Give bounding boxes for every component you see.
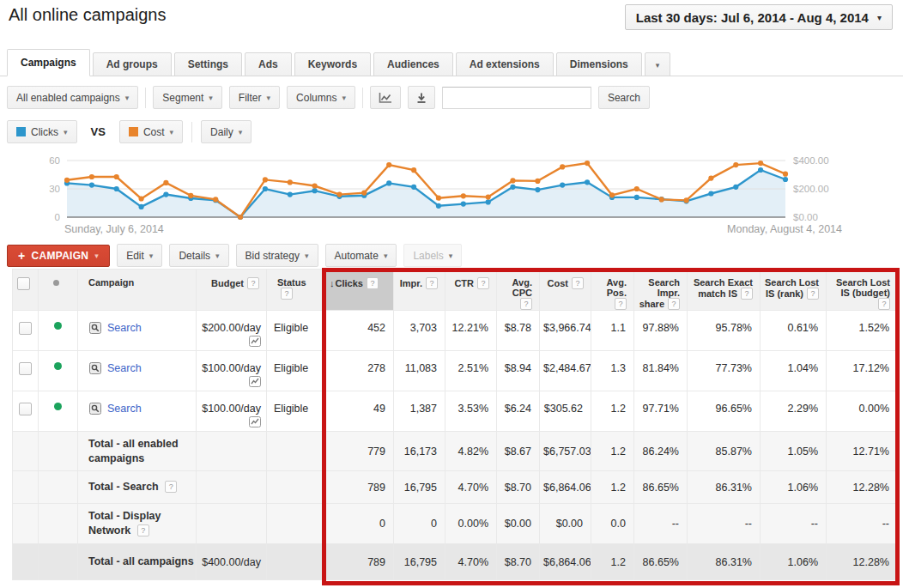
metric-cell: 2.29%	[761, 391, 827, 432]
metric-cell: $0.00	[540, 504, 591, 544]
column-header-search_impr_share[interactable]: Search Impr. share?	[634, 270, 688, 311]
campaign-status-dot-cell	[39, 311, 78, 351]
chevron-down-icon: ▾	[267, 94, 271, 102]
campaign-link[interactable]: Search	[107, 362, 142, 374]
help-icon[interactable]: ?	[281, 288, 293, 300]
row-checkbox[interactable]	[19, 322, 32, 335]
metric-cell: 452	[325, 311, 394, 351]
enabled-status-icon	[54, 362, 62, 370]
tab-ads[interactable]: Ads	[245, 52, 292, 76]
tab-dimensions[interactable]: Dimensions	[556, 52, 642, 76]
help-icon[interactable]: ?	[668, 298, 680, 310]
edit-dropdown[interactable]: Edit▾	[117, 244, 162, 267]
campaign-link[interactable]: Search	[107, 403, 142, 415]
chevron-down-icon: ▾	[342, 94, 346, 102]
total-row: Total - all enabled campaigns77916,1734.…	[13, 432, 898, 471]
chevron-down-icon: ▾	[305, 252, 309, 260]
help-icon[interactable]: ?	[367, 277, 379, 289]
more-tabs-button[interactable]: ▾	[645, 52, 671, 76]
metric-cell: 97.88%	[634, 311, 688, 351]
campaign-cell: Search	[78, 311, 197, 351]
help-icon[interactable]: ?	[477, 277, 489, 289]
campaign-scope-dropdown[interactable]: All enabled campaigns▾	[7, 86, 138, 109]
plus-icon: +	[18, 249, 25, 263]
help-icon[interactable]: ?	[520, 298, 532, 310]
tab-settings[interactable]: Settings	[174, 52, 242, 76]
chevron-down-icon: ▾	[125, 94, 130, 102]
column-header-search_exact_match_is[interactable]: Search Exact match IS?	[688, 270, 761, 311]
details-dropdown[interactable]: Details▾	[169, 244, 228, 267]
segment-dropdown[interactable]: Segment▾	[153, 86, 222, 109]
help-icon[interactable]: ?	[426, 277, 438, 289]
metric2-dropdown[interactable]: Cost ▾	[119, 120, 183, 143]
tab-audiences[interactable]: Audiences	[373, 52, 453, 76]
tab-campaigns[interactable]: Campaigns	[7, 49, 90, 76]
metric-cell: --	[634, 504, 688, 544]
enabled-status-icon	[54, 403, 62, 410]
columns-dropdown[interactable]: Columns▾	[287, 86, 355, 109]
help-icon[interactable]: ?	[137, 524, 149, 536]
help-icon[interactable]: ?	[878, 298, 890, 310]
automate-dropdown[interactable]: Automate▾	[325, 244, 397, 267]
column-header-avg_pos[interactable]: Avg. Pos.?	[591, 270, 634, 311]
sort-descending-icon: ↓	[330, 278, 335, 288]
status-cell: Eligible	[267, 351, 325, 391]
help-icon[interactable]: ?	[165, 481, 177, 493]
total-label: Total - all campaigns	[78, 544, 197, 580]
search-input[interactable]	[442, 87, 591, 109]
interval-dropdown[interactable]: Daily ▾	[201, 120, 252, 143]
metric-cell: 1.2	[591, 391, 634, 432]
column-header-avg_cpc[interactable]: Avg. CPC?	[497, 270, 540, 311]
metric-cell: $6,864.06	[540, 471, 591, 504]
column-header-budget[interactable]: Budget?	[197, 270, 267, 311]
column-header-clicks[interactable]: ↓Clicks?	[325, 270, 394, 311]
table-header-row: CampaignBudget?Status?↓Clicks?Impr.?CTR?…	[13, 270, 898, 311]
filter-dropdown[interactable]: Filter▾	[229, 86, 280, 109]
help-icon[interactable]: ?	[247, 277, 259, 289]
bid-strategy-dropdown[interactable]: Bid strategy▾	[236, 244, 318, 267]
metric-cell: 1,387	[394, 391, 445, 432]
row-checkbox[interactable]	[19, 403, 32, 415]
metric-cell: 16,795	[394, 544, 445, 580]
metric-cell: 1.2	[591, 544, 634, 580]
bid-strategy-chart-icon[interactable]	[249, 416, 261, 427]
bid-strategy-chart-icon[interactable]	[249, 376, 261, 387]
chart-toggle-button[interactable]	[370, 86, 401, 109]
column-header-ctr[interactable]: CTR?	[445, 270, 497, 311]
bid-strategy-chart-icon[interactable]	[249, 336, 261, 347]
help-icon[interactable]: ?	[807, 288, 819, 300]
column-header-search_lost_is_budget[interactable]: Search Lost IS (budget)?	[827, 270, 898, 311]
column-header-search_lost_is_rank[interactable]: Search Lost IS (rank)?	[761, 270, 827, 311]
search-button[interactable]: Search	[598, 86, 650, 109]
new-campaign-button[interactable]: + CAMPAIGN ▾	[7, 245, 110, 267]
download-button[interactable]	[408, 86, 435, 109]
labels-dropdown: Labels▾	[403, 244, 462, 267]
metric1-dropdown[interactable]: Clicks ▾	[7, 120, 77, 143]
tab-ad-extensions[interactable]: Ad extensions	[456, 52, 554, 76]
help-icon[interactable]: ?	[615, 298, 627, 310]
campaign-row: Search$100.00/dayEligible27811,0832.51%$…	[13, 351, 898, 391]
budget-cell	[197, 471, 267, 504]
metric-cell: $6,864.06	[540, 544, 591, 580]
budget-cell: $200.00/day	[197, 311, 267, 351]
column-header-status[interactable]: Status?	[267, 270, 325, 311]
metric-cell: 1.3	[591, 351, 634, 391]
metric-cell: 86.24%	[634, 432, 688, 471]
adwords-campaigns-page: All online campaigns Last 30 days: Jul 6…	[0, 0, 903, 588]
date-range-selector[interactable]: Last 30 days: Jul 6, 2014 - Aug 4, 2014 …	[625, 4, 893, 30]
help-icon[interactable]: ?	[572, 277, 584, 289]
column-header-impr[interactable]: Impr.?	[394, 270, 445, 311]
metric-cell: $8.78	[497, 311, 540, 351]
tab-ad-groups[interactable]: Ad groups	[93, 52, 172, 76]
campaign-link[interactable]: Search	[107, 322, 142, 334]
chevron-down-icon: ▾	[215, 252, 220, 260]
select-all-checkbox[interactable]	[17, 277, 30, 290]
help-icon[interactable]: ?	[741, 288, 753, 300]
row-checkbox[interactable]	[19, 362, 32, 375]
line-chart-icon	[378, 92, 393, 104]
column-header-campaign[interactable]: Campaign	[78, 270, 197, 311]
campaigns-table: CampaignBudget?Status?↓Clicks?Impr.?CTR?…	[12, 269, 898, 580]
metric-cell: $0.00	[497, 504, 540, 544]
tab-keywords[interactable]: Keywords	[294, 52, 371, 76]
column-header-cost[interactable]: Cost?	[540, 270, 591, 311]
